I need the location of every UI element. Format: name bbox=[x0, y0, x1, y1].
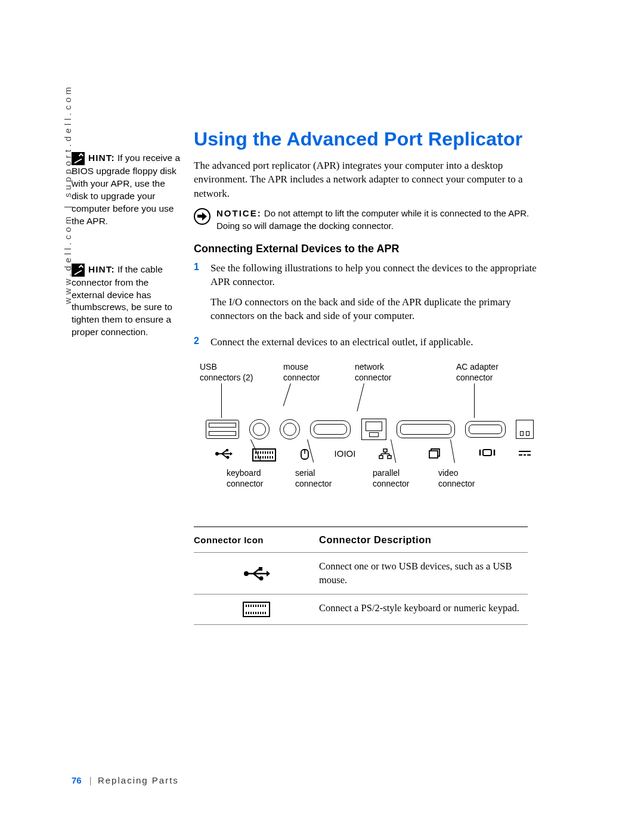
subheading: Connecting External Devices to the APR bbox=[194, 243, 540, 255]
cell-desc: Connect one or two USB devices, such as … bbox=[319, 560, 528, 587]
label-mouse: mouseconnector bbox=[283, 362, 320, 383]
label-parallel: parallelconnector bbox=[373, 468, 409, 489]
serial-symbol-icon: IOIOI bbox=[330, 448, 360, 463]
keyboard-icon bbox=[243, 602, 270, 617]
network-port-icon bbox=[361, 419, 386, 440]
parallel-port-icon bbox=[397, 420, 455, 438]
leader-line bbox=[283, 383, 291, 406]
th-desc: Connector Description bbox=[319, 533, 528, 546]
svg-line-2 bbox=[222, 450, 227, 454]
pencil-icon bbox=[72, 152, 85, 165]
parallel-symbol-icon bbox=[411, 448, 459, 463]
step-number: 2 bbox=[194, 335, 210, 355]
usb-symbol-icon bbox=[209, 448, 239, 463]
page-title: Using the Advanced Port Replicator bbox=[194, 128, 540, 150]
label-video: videoconnector bbox=[438, 468, 475, 489]
notice: NOTICE: Do not attempt to lift the compu… bbox=[194, 208, 540, 232]
ps2-keyboard-port-icon bbox=[249, 419, 270, 439]
step-2: 2 Connect the external devices to an ele… bbox=[194, 335, 540, 355]
notice-text: NOTICE: Do not attempt to lift the compu… bbox=[216, 208, 540, 232]
step-number: 1 bbox=[194, 261, 210, 329]
cell-icon bbox=[194, 602, 319, 617]
step-p2: The I/O connectors on the back and side … bbox=[210, 295, 540, 323]
label-usb: USBconnectors (2) bbox=[200, 362, 253, 383]
section-name: Replacing Parts bbox=[98, 775, 179, 785]
leader-line bbox=[221, 383, 222, 418]
svg-rect-27 bbox=[259, 567, 262, 571]
keyboard-symbol-icon bbox=[249, 448, 279, 463]
connector-diagram: USBconnectors (2) mouseconnector network… bbox=[194, 362, 540, 511]
usb-port-icon bbox=[206, 420, 239, 439]
cell-desc: Connect a PS/2-style keyboard or numeric… bbox=[319, 602, 528, 617]
svg-rect-11 bbox=[388, 456, 391, 459]
svg-rect-16 bbox=[429, 451, 438, 458]
ps2-mouse-port-icon bbox=[280, 419, 300, 439]
svg-point-29 bbox=[259, 576, 264, 580]
label-keyboard: keyboardconnector bbox=[227, 468, 263, 489]
sidebar: HINT: If you receive a BIOS upgrade flop… bbox=[72, 152, 182, 364]
serial-port-icon bbox=[310, 420, 351, 438]
hint-text: If the cable connector from the external… bbox=[72, 264, 172, 337]
hint-label: HINT: bbox=[88, 264, 115, 274]
step-1: 1 See the following illustrations to hel… bbox=[194, 261, 540, 329]
video-symbol-icon bbox=[469, 448, 505, 463]
svg-marker-30 bbox=[267, 571, 270, 577]
ac-symbol-icon bbox=[516, 448, 534, 463]
step-text: Connect the external devices to an elect… bbox=[210, 335, 473, 355]
table-header: Connector Icon Connector Description bbox=[194, 527, 528, 553]
ports-row bbox=[206, 419, 534, 440]
th-icon: Connector Icon bbox=[194, 533, 319, 546]
cell-icon bbox=[194, 560, 319, 587]
svg-line-4 bbox=[222, 454, 227, 457]
label-network: networkconnector bbox=[355, 362, 391, 383]
ac-port-icon bbox=[516, 420, 534, 439]
pencil-icon bbox=[72, 264, 85, 277]
table-row: Connect one or two USB devices, such as … bbox=[194, 553, 528, 594]
connector-table: Connector Icon Connector Description Con… bbox=[194, 527, 528, 625]
usb-icon bbox=[243, 566, 270, 581]
symbol-row: IOIOI bbox=[209, 448, 534, 463]
label-serial: serialconnector bbox=[295, 468, 332, 489]
svg-rect-3 bbox=[226, 449, 228, 451]
page-footer: 76 | Replacing Parts bbox=[72, 775, 179, 785]
step-p1: Connect the external devices to an elect… bbox=[210, 335, 473, 349]
hint-text: If you receive a BIOS upgrade floppy dis… bbox=[72, 153, 180, 226]
svg-rect-18 bbox=[483, 450, 491, 456]
hint-label: HINT: bbox=[88, 153, 115, 163]
svg-point-5 bbox=[227, 456, 230, 459]
leader-line bbox=[357, 383, 364, 411]
table-row: Connect a PS/2-style keyboard or numeric… bbox=[194, 594, 528, 625]
page: www.dell.com | support.dell.com HINT: If… bbox=[0, 0, 644, 833]
hint-1: HINT: If you receive a BIOS upgrade flop… bbox=[72, 152, 182, 228]
step-text: See the following illustrations to help … bbox=[210, 261, 540, 329]
svg-rect-10 bbox=[379, 456, 383, 459]
svg-marker-6 bbox=[230, 452, 233, 456]
video-port-icon bbox=[465, 421, 506, 438]
hint-2: HINT: If the cable connector from the ex… bbox=[72, 264, 182, 339]
leader-line bbox=[474, 383, 475, 418]
step-p1: See the following illustrations to help … bbox=[210, 261, 540, 289]
notice-arrow-icon bbox=[194, 208, 210, 225]
notice-body: Do not attempt to lift the computer whil… bbox=[216, 208, 529, 230]
notice-label: NOTICE: bbox=[216, 208, 262, 218]
footer-separator: | bbox=[89, 775, 92, 785]
main-content: Using the Advanced Port Replicator The a… bbox=[194, 128, 540, 625]
page-number: 76 bbox=[72, 775, 82, 785]
intro-paragraph: The advanced port replicator (APR) integ… bbox=[194, 159, 540, 200]
svg-rect-9 bbox=[383, 449, 387, 452]
label-ac: AC adapterconnector bbox=[456, 362, 499, 383]
mouse-symbol-icon bbox=[290, 448, 320, 463]
